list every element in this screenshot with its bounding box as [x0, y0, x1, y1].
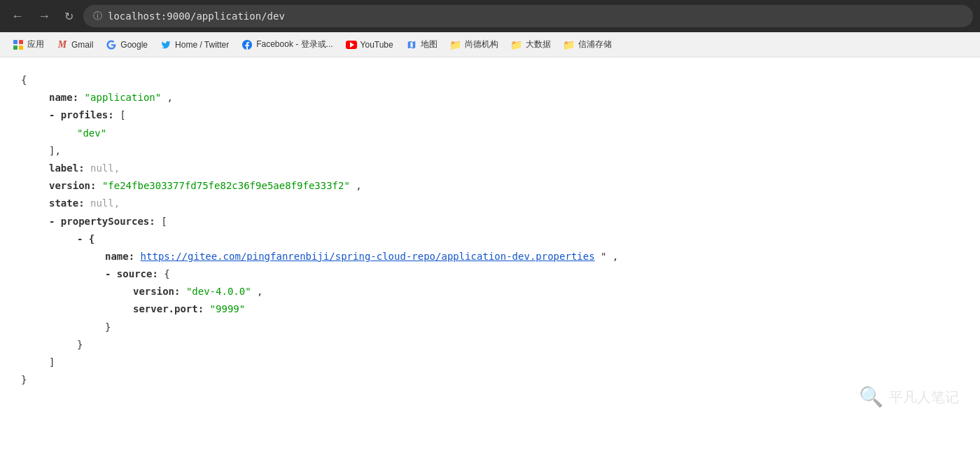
forward-button[interactable]: → — [34, 7, 55, 25]
json-propertysources-key: propertySources: — [61, 216, 155, 227]
bookmark-youtube-label: YouTube — [360, 40, 393, 50]
json-version2-key: version: — [133, 286, 180, 297]
json-state-key: state: — [49, 197, 85, 209]
json-state-line: state: null, — [21, 195, 959, 212]
json-label-key: label: — [49, 162, 85, 174]
json-profiles-value-line: "dev" — [21, 125, 959, 142]
json-propertysources-line: - propertySources: [ — [21, 213, 959, 230]
propertysources-dash: - — [49, 216, 61, 227]
bookmark-facebook-label: Facebook - 登录或... — [256, 39, 332, 50]
json-version2-value: "dev-4.0.0" — [186, 286, 251, 297]
folder3-icon: 📁 — [564, 39, 575, 50]
json-profiles-close: ], — [49, 145, 61, 156]
json-inner-name-key: name: — [105, 251, 134, 262]
json-propertysources-open: [ — [161, 216, 167, 227]
bookmark-google-label: Google — [120, 40, 148, 50]
youtube-icon — [346, 39, 357, 50]
json-version2-line: version: "dev-4.0.0" , — [21, 283, 959, 300]
json-name-key: name: — [49, 92, 78, 103]
json-inner-name-line: name: https://gitee.com/pingfanrenbiji/s… — [21, 248, 959, 265]
browser-chrome: ← → ↻ ⓘ localhost:9000/application/dev — [0, 0, 980, 32]
nav-bar: ← → ↻ ⓘ localhost:9000/application/dev — [0, 0, 980, 32]
json-version-value: "fe24fbe303377fd75fe82c36f9e5ae8f9fe333f… — [102, 180, 350, 191]
address-security-icon: ⓘ — [93, 10, 102, 22]
json-source-line: - source: { — [21, 265, 959, 283]
source-dash: - — [105, 268, 117, 279]
json-version-key: version: — [49, 180, 96, 191]
json-serverport-key: server.port: — [133, 303, 204, 314]
bookmark-apps[interactable]: 应用 — [7, 36, 50, 53]
json-profiles-value: "dev" — [77, 127, 106, 139]
json-inner-name-link[interactable]: https://gitee.com/pingfanrenbiji/spring-… — [141, 251, 595, 262]
json-source-key: source: — [117, 268, 158, 279]
bookmark-folder1-label: 尚德机构 — [465, 39, 498, 50]
json-inner-dash-line: - { — [21, 230, 959, 248]
json-version-line: version: "fe24fbe303377fd75fe82c36f9e5ae… — [21, 177, 959, 195]
bookmark-maps[interactable]: 地图 — [400, 36, 443, 53]
json-serverport-line: server.port: "9999" — [21, 300, 959, 318]
json-close-brace: } — [21, 371, 959, 389]
json-state-value: null, — [90, 197, 120, 209]
bookmark-folder3[interactable]: 📁 信浦存储 — [558, 36, 617, 53]
json-source-open: { — [164, 268, 169, 279]
twitter-icon — [160, 39, 172, 50]
bookmark-twitter-label: Home / Twitter — [175, 40, 229, 50]
bookmark-gmail-label: Gmail — [71, 40, 93, 50]
bookmark-gmail[interactable]: M Gmail — [51, 37, 99, 53]
watermark-text: 平凡人笔记 — [889, 384, 959, 410]
json-serverport-value: "9999" — [210, 303, 246, 314]
json-version2-comma: , — [257, 286, 262, 297]
gmail-icon: M — [57, 39, 68, 50]
bookmark-google[interactable]: Google — [100, 37, 153, 53]
back-button[interactable]: ← — [7, 7, 28, 25]
json-label-value: null, — [90, 162, 120, 174]
address-url: localhost:9000/application/dev — [108, 11, 285, 22]
profiles-dash: - — [49, 109, 61, 120]
maps-icon — [406, 39, 417, 50]
bookmark-folder3-label: 信浦存储 — [578, 39, 612, 50]
json-inner-close-line: } — [21, 336, 959, 354]
bookmark-maps-label: 地图 — [421, 39, 438, 50]
bookmark-folder2[interactable]: 📁 大数据 — [505, 36, 556, 53]
bookmark-folder1[interactable]: 📁 尚德机构 — [444, 36, 504, 53]
json-inner-name-end: " — [601, 251, 606, 262]
inner-dash: - { — [77, 233, 94, 244]
address-bar[interactable]: ⓘ localhost:9000/application/dev — [83, 5, 973, 27]
bookmark-twitter[interactable]: Home / Twitter — [155, 37, 234, 53]
json-profiles-line: - profiles: [ — [21, 106, 959, 124]
json-name-value: "application" — [85, 92, 162, 103]
json-source-close-line: } — [21, 319, 959, 336]
json-propertysources-close-line: ] — [21, 354, 959, 371]
refresh-button[interactable]: ↻ — [60, 7, 78, 26]
bookmark-facebook[interactable]: Facebook - 登录或... — [236, 36, 338, 53]
apps-grid-icon — [13, 39, 24, 50]
google-icon — [106, 39, 117, 50]
bookmark-apps-label: 应用 — [27, 39, 44, 50]
bookmark-folder2-label: 大数据 — [526, 39, 551, 50]
json-profiles-key: profiles: — [61, 109, 114, 120]
page-content: { name: "application" , - profiles: [ "d… — [0, 57, 980, 429]
json-open-brace: { — [21, 71, 959, 89]
watermark: 🔍 平凡人笔记 — [859, 380, 959, 415]
json-name-line: name: "application" , — [21, 89, 959, 106]
facebook-icon — [241, 39, 253, 50]
json-version-comma: , — [356, 180, 361, 191]
bookmarks-bar: 应用 M Gmail Google Home / Twitter — [0, 32, 980, 57]
bookmark-youtube[interactable]: YouTube — [340, 37, 399, 53]
json-profiles-open: [ — [120, 109, 125, 120]
folder1-icon: 📁 — [450, 39, 461, 50]
watermark-icon: 🔍 — [859, 380, 883, 415]
json-profiles-close-line: ], — [21, 142, 959, 160]
json-label-line: label: null, — [21, 160, 959, 177]
folder2-icon: 📁 — [511, 39, 522, 50]
